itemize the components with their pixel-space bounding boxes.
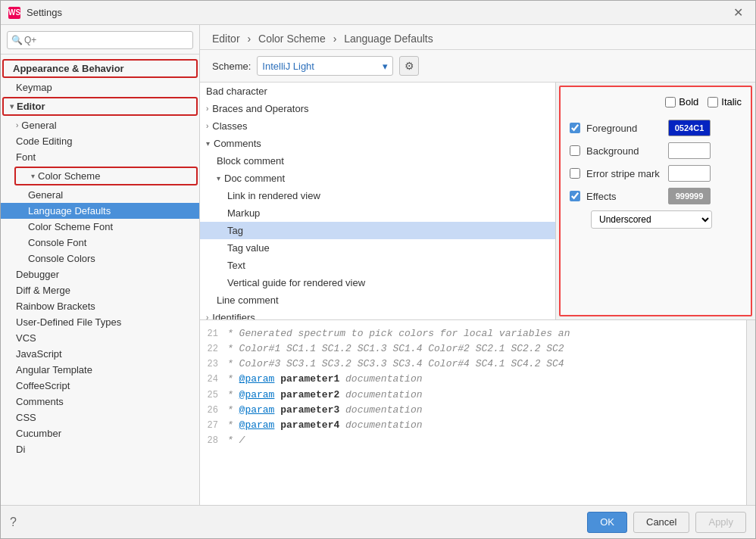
preview-line-25: 25 * @param parameter2 documentation [200, 388, 746, 403]
tree-row-classes[interactable]: › Classes [200, 117, 555, 135]
preview-line-22: 22 * Color#1 SC1.1 SC1.2 SC1.3 SC1.4 Col… [200, 341, 746, 357]
tree-row-comments[interactable]: ▾ Comments [200, 135, 555, 152]
settings-window: WS Settings ✕ 🔍 Appearance & Behavior Ke… [0, 0, 756, 539]
tree-row-braces-operators[interactable]: › Braces and Operators [200, 100, 555, 117]
footer: ? OK Cancel Apply [1, 505, 755, 538]
sidebar-item-di[interactable]: Di [1, 441, 199, 457]
italic-checkbox-row: Italic [708, 96, 742, 107]
effects-label: Effects [586, 191, 662, 202]
tree-row-bad-character[interactable]: Bad character [200, 83, 555, 100]
preview-line-28: 28 * / [200, 433, 746, 448]
arrow-icon: ▾ [10, 102, 14, 111]
main-content: 🔍 Appearance & Behavior Keymap ▾ Editor [1, 25, 755, 505]
sidebar-item-cucumber[interactable]: Cucumber [1, 425, 199, 441]
tree-row-line-comment[interactable]: Line comment [200, 291, 555, 309]
sidebar-item-color-scheme[interactable]: ▾ Color Scheme [14, 167, 198, 185]
breadcrumb: Editor › Color Scheme › Language Default… [200, 25, 755, 50]
sidebar-item-diff-merge[interactable]: Diff & Merge [1, 282, 199, 298]
sidebar-item-angular[interactable]: Angular Template [1, 362, 199, 378]
sidebar-item-appearance-behavior[interactable]: Appearance & Behavior [2, 59, 198, 78]
arrow-icon: › [16, 121, 18, 129]
sidebar-item-javascript[interactable]: JavaScript [1, 346, 199, 362]
sidebar-item-console-colors[interactable]: Console Colors [1, 251, 199, 266]
sidebar-item-css[interactable]: CSS [1, 410, 199, 425]
right-panel: Editor › Color Scheme › Language Default… [200, 25, 755, 505]
effects-checkbox[interactable] [570, 191, 580, 201]
sidebar-item-comments[interactable]: Comments [1, 394, 199, 410]
effects-type-dropdown[interactable]: Underscored Underwaved Bordered Box Roun… [591, 210, 712, 229]
bold-label: Bold [679, 96, 698, 107]
foreground-checkbox[interactable] [570, 123, 580, 133]
scheme-label: Scheme: [212, 61, 251, 72]
sidebar-item-vcs[interactable]: VCS [1, 330, 199, 346]
foreground-row: Foreground 0524C1 [570, 120, 742, 136]
tree-row-text[interactable]: Text [200, 257, 555, 274]
content-area: Bad character › Braces and Operators › C… [200, 83, 755, 505]
preview-area: 21 * Generated spectrum to pick colors f… [200, 323, 746, 451]
foreground-label: Foreground [586, 123, 662, 134]
sidebar-item-rainbow-brackets[interactable]: Rainbow Brackets [1, 298, 199, 314]
bold-checkbox-row: Bold [665, 96, 698, 107]
scrollbar[interactable] [746, 320, 755, 505]
item-tree: Bad character › Braces and Operators › C… [200, 83, 556, 319]
foreground-color-box[interactable]: 0524C1 [668, 120, 711, 136]
chevron-down-icon: ▾ [383, 61, 388, 72]
ok-button[interactable]: OK [587, 512, 627, 533]
sidebar-item-color-scheme-font[interactable]: Color Scheme Font [1, 219, 199, 235]
apply-button[interactable]: Apply [695, 512, 746, 533]
search-icon: 🔍 [11, 35, 23, 45]
app-icon: WS [8, 7, 20, 19]
preview-line-27: 27 * @param parameter4 documentation [200, 418, 746, 433]
bold-checkbox[interactable] [665, 97, 676, 107]
background-label: Background [586, 145, 662, 157]
error-stripe-checkbox[interactable] [570, 168, 580, 179]
sidebar-item-editor[interactable]: ▾ Editor [2, 97, 198, 116]
sidebar-item-general2[interactable]: General [1, 187, 199, 203]
sidebar-item-console-font[interactable]: Console Font [1, 235, 199, 251]
error-stripe-label: Error stripe mark [586, 168, 662, 179]
titlebar: WS Settings ✕ [1, 1, 755, 25]
effects-row: Effects 999999 [570, 188, 742, 204]
preview-line-23: 23 * Color#3 SC3.1 SC3.2 SC3.3 SC3.4 Col… [200, 357, 746, 372]
background-row: Background [570, 142, 742, 159]
effects-color-box[interactable]: 999999 [668, 188, 711, 204]
error-stripe-color-box[interactable] [668, 165, 711, 182]
preview-line-26: 26 * @param parameter3 documentation [200, 403, 746, 418]
search-wrapper: 🔍 [7, 31, 193, 49]
tree-row-identifiers[interactable]: › Identifiers [200, 309, 555, 319]
window-title: Settings [27, 7, 729, 18]
scheme-dropdown[interactable]: IntelliJ Light ▾ [257, 56, 393, 76]
preview-line-21: 21 * Generated spectrum to pick colors f… [200, 326, 746, 341]
arrow-icon: ▾ [31, 172, 35, 180]
italic-label: Italic [721, 96, 742, 107]
cancel-button[interactable]: Cancel [633, 512, 689, 533]
tree-row-link-rendered[interactable]: Link in rendered view [200, 187, 555, 204]
close-button[interactable]: ✕ [729, 4, 748, 21]
bold-italic-row: Bold Italic [570, 96, 742, 112]
gear-button[interactable]: ⚙ [399, 56, 419, 76]
properties-panel: Bold Italic Foreground [559, 86, 752, 316]
tree-row-markup[interactable]: Markup [200, 204, 555, 222]
tree-row-doc-comment[interactable]: ▾ Doc comment [200, 170, 555, 187]
sidebar: 🔍 Appearance & Behavior Keymap ▾ Editor [1, 25, 200, 505]
sidebar-item-user-defined[interactable]: User-Defined File Types [1, 314, 199, 330]
tree-row-tag-value[interactable]: Tag value [200, 239, 555, 257]
sidebar-item-general[interactable]: › General [1, 117, 199, 133]
sidebar-item-language-defaults[interactable]: Language Defaults [1, 203, 199, 219]
search-box: 🔍 [1, 25, 199, 55]
help-icon[interactable]: ? [10, 516, 17, 529]
sidebar-item-debugger[interactable]: Debugger [1, 266, 199, 282]
sidebar-item-font[interactable]: Font [1, 149, 199, 165]
background-color-box[interactable] [668, 142, 711, 159]
tree-row-block-comment[interactable]: Block comment [200, 152, 555, 170]
background-checkbox[interactable] [570, 145, 580, 156]
sidebar-item-keymap[interactable]: Keymap [1, 79, 199, 95]
tree-row-vertical-guide[interactable]: Vertical guide for rendered view [200, 274, 555, 291]
tree-row-tag[interactable]: Tag [200, 222, 555, 239]
sidebar-item-code-editing[interactable]: Code Editing [1, 133, 199, 149]
preview-line-24: 24 * @param parameter1 documentation [200, 372, 746, 387]
search-input[interactable] [7, 31, 193, 49]
italic-checkbox[interactable] [708, 97, 718, 107]
effects-dropdown-row: Underscored Underwaved Bordered Box Roun… [570, 210, 742, 229]
sidebar-item-coffeescript[interactable]: CoffeeScript [1, 378, 199, 394]
